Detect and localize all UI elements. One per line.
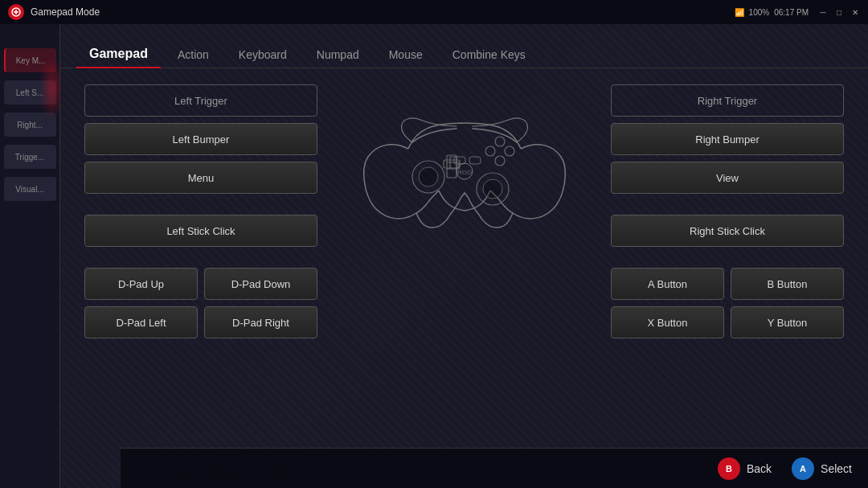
face-row-2: X Button Y Button xyxy=(611,306,844,338)
spacer-left2 xyxy=(84,253,317,261)
tab-numpad[interactable]: Numpad xyxy=(304,42,372,68)
sidebar-label-lefts: Left S... xyxy=(16,88,43,97)
select-icon-label: A xyxy=(800,464,806,474)
spacer-left xyxy=(84,200,317,208)
sidebar-label-visual: Visual... xyxy=(15,185,43,194)
left-trigger-button[interactable]: Left Trigger xyxy=(84,84,317,117)
sidebar-label-right: Right... xyxy=(17,121,43,129)
dpad-up-button[interactable]: D-Pad Up xyxy=(84,268,198,300)
x-button[interactable]: X Button xyxy=(611,306,724,338)
battery-status: 100% xyxy=(749,8,770,17)
back-icon: B xyxy=(718,457,740,480)
svg-rect-5 xyxy=(447,155,457,178)
b-button[interactable]: B Button xyxy=(731,268,844,300)
right-stick-click-button[interactable]: Right Stick Click xyxy=(611,215,844,247)
window-title: Gamepad Mode xyxy=(31,6,100,18)
controller-svg: ROG xyxy=(352,84,577,245)
select-action[interactable]: A Select xyxy=(792,457,852,480)
back-icon-label: B xyxy=(726,464,732,474)
select-icon: A xyxy=(792,457,814,480)
maximize-button[interactable]: □ xyxy=(834,7,844,17)
svg-point-9 xyxy=(485,146,495,156)
tab-gamepad[interactable]: Gamepad xyxy=(76,40,161,68)
view-button[interactable]: View xyxy=(611,162,844,194)
minimize-button[interactable]: ─ xyxy=(818,7,828,17)
wifi-icon: 📶 xyxy=(735,8,744,17)
main-panel: Gamepad Action Keyboard Numpad Mouse Com… xyxy=(60,24,868,488)
tab-combine-keys[interactable]: Combine Keys xyxy=(440,42,538,68)
svg-point-4 xyxy=(483,179,502,199)
top-bar: Gamepad Mode 📶 100% 06:17 PM ─ □ ✕ xyxy=(0,0,868,24)
top-bar-left: Gamepad Mode xyxy=(8,4,100,20)
sidebar-item-right[interactable]: Right... xyxy=(4,113,56,137)
spacer-right2 xyxy=(611,253,844,261)
close-button[interactable]: ✕ xyxy=(850,7,860,17)
bottom-bar: B Back A Select xyxy=(121,448,868,488)
content-area: Left Trigger Left Bumper Menu Left Stick… xyxy=(60,68,868,448)
menu-button[interactable]: Menu xyxy=(84,162,317,194)
window-controls[interactable]: ─ □ ✕ xyxy=(818,7,860,17)
svg-point-2 xyxy=(419,167,438,187)
svg-text:ROG: ROG xyxy=(457,169,471,176)
tab-nav: Gamepad Action Keyboard Numpad Mouse Com… xyxy=(60,24,868,68)
svg-point-7 xyxy=(495,156,505,166)
right-controls: Right Trigger Right Bumper View Right St… xyxy=(611,84,844,338)
dpad-right-button[interactable]: D-Pad Right xyxy=(204,306,317,338)
top-bar-right: 📶 100% 06:17 PM ─ □ ✕ xyxy=(735,7,860,17)
right-trigger-button[interactable]: Right Trigger xyxy=(611,84,844,117)
dpad-left-button[interactable]: D-Pad Left xyxy=(84,306,198,338)
sidebar-label-keym: Key M... xyxy=(16,56,46,65)
svg-point-8 xyxy=(505,146,514,156)
clock: 06:17 PM xyxy=(774,8,809,17)
back-label: Back xyxy=(747,462,772,475)
status-icons: 📶 100% 06:17 PM xyxy=(735,8,809,17)
sidebar-item-visual[interactable]: Visual... xyxy=(4,177,56,201)
a-button[interactable]: A Button xyxy=(611,268,724,300)
y-button[interactable]: Y Button xyxy=(731,306,844,338)
sidebar-glow xyxy=(44,64,60,113)
face-row-1: A Button B Button xyxy=(611,268,844,300)
sidebar: Key M... Left S... Right... Trigge... Vi… xyxy=(0,0,60,488)
back-action[interactable]: B Back xyxy=(718,457,772,480)
sidebar-item-trigger[interactable]: Trigge... xyxy=(4,145,56,169)
tab-action[interactable]: Action xyxy=(165,42,222,68)
dpad-row-2: D-Pad Left D-Pad Right xyxy=(84,306,317,338)
tab-keyboard[interactable]: Keyboard xyxy=(226,42,300,68)
left-controls: Left Trigger Left Bumper Menu Left Stick… xyxy=(84,84,317,338)
left-stick-click-button[interactable]: Left Stick Click xyxy=(84,215,317,247)
tab-mouse[interactable]: Mouse xyxy=(376,42,436,68)
right-bumper-button[interactable]: Right Bumper xyxy=(611,123,844,155)
spacer-right xyxy=(611,200,844,208)
select-label: Select xyxy=(821,462,852,475)
controller-image-area: ROG xyxy=(317,84,611,245)
dpad-down-button[interactable]: D-Pad Down xyxy=(204,268,317,300)
left-bumper-button[interactable]: Left Bumper xyxy=(84,123,317,155)
svg-point-10 xyxy=(495,137,505,146)
app-icon xyxy=(8,4,24,20)
sidebar-label-trigger: Trigge... xyxy=(15,153,44,162)
svg-rect-12 xyxy=(469,157,481,164)
dpad-row-1: D-Pad Up D-Pad Down xyxy=(84,268,317,300)
